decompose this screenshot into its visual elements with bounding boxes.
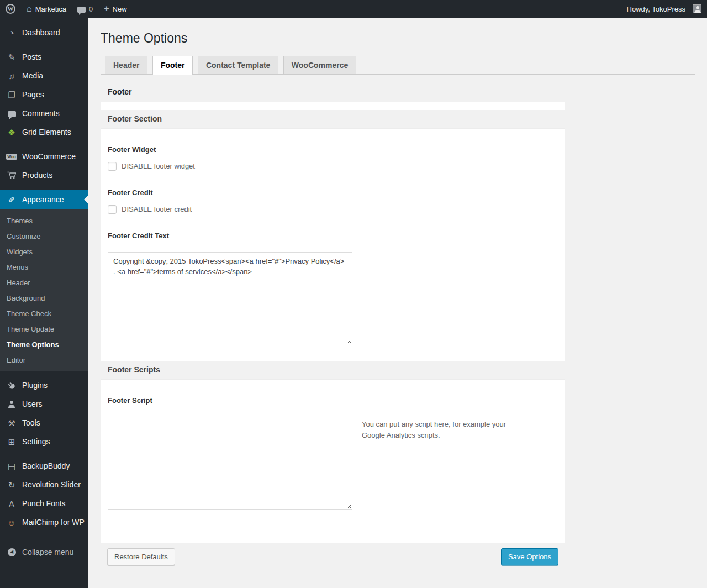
sidebar-item-label: Tools: [22, 418, 40, 427]
sidebar-item-products[interactable]: Products: [0, 166, 88, 185]
submenu-item-theme-update[interactable]: Theme Update: [0, 321, 88, 337]
sidebar-item-collapse-menu[interactable]: ◀ Collapse menu: [0, 543, 88, 561]
sidebar-item-users[interactable]: Users: [0, 395, 88, 413]
submenu-item-background[interactable]: Background: [0, 290, 88, 306]
sidebar-item-plugins[interactable]: Plugins: [0, 376, 88, 395]
section-footer-section-title: Footer Section: [101, 110, 565, 129]
plus-icon: +: [104, 4, 109, 14]
comments-menu[interactable]: 0: [72, 0, 98, 18]
sidebar-item-label: MailChimp for WP: [22, 518, 85, 527]
sidebar-item-woocommerce[interactable]: Woo WooCommerce: [0, 147, 88, 166]
page-title: Theme Options: [101, 30, 695, 47]
sidebar-item-backupbuddy[interactable]: ▤ BackupBuddy: [0, 456, 88, 475]
comments-bubble-icon: [77, 7, 86, 13]
sidebar-item-revolution-slider[interactable]: ↻ Revolution Slider: [0, 475, 88, 494]
footer-widget-checkbox-row: DISABLE footer widget: [108, 162, 558, 171]
settings-icon: ⊞: [7, 438, 17, 446]
footer-script-input[interactable]: [108, 417, 352, 510]
sidebar-item-settings[interactable]: ⊞ Settings: [0, 432, 88, 451]
sidebar-item-dashboard[interactable]: ◔ Dashboard: [0, 23, 88, 42]
sidebar-item-label: Plugins: [22, 381, 48, 390]
site-menu[interactable]: ⌂ Marketica: [21, 0, 72, 18]
submenu-item-theme-options[interactable]: Theme Options: [0, 337, 88, 352]
media-icon: ♫: [7, 72, 17, 80]
footer-credit-checkbox-row: DISABLE footer credit: [108, 205, 558, 214]
sidebar-item-label: Settings: [22, 437, 50, 446]
pages-icon: ❐: [7, 91, 17, 99]
options-panel: Footer Footer Section Footer Widget DISA…: [101, 82, 565, 571]
save-options-button[interactable]: Save Options: [501, 548, 558, 566]
tab-woocommerce[interactable]: WooCommerce: [283, 56, 356, 74]
submenu-item-editor[interactable]: Editor: [0, 352, 88, 368]
grid-elements-icon: ❖: [7, 128, 17, 136]
sidebar-item-punch-fonts[interactable]: A Punch Fonts: [0, 494, 88, 513]
submenu-item-header[interactable]: Header: [0, 275, 88, 290]
backupbuddy-icon: ▤: [7, 462, 17, 470]
footer-credit-text-label: Footer Credit Text: [108, 232, 558, 240]
collapse-icon: ◀: [7, 548, 17, 556]
panel-title: Footer: [101, 82, 565, 102]
site-name: Marketica: [35, 5, 66, 13]
disable-footer-credit-label: DISABLE footer credit: [122, 205, 192, 213]
submenu-item-themes[interactable]: Themes: [0, 213, 88, 228]
wordpress-logo-icon: W: [6, 4, 15, 14]
sidebar-item-comments[interactable]: Comments: [0, 104, 88, 123]
sidebar-item-tools[interactable]: ⚒ Tools: [0, 413, 88, 432]
main-content: Theme Options Header Footer Contact Temp…: [88, 18, 707, 588]
disable-footer-widget-checkbox[interactable]: [108, 162, 117, 171]
sidebar-item-label: Dashboard: [22, 28, 60, 37]
new-label: New: [113, 5, 127, 13]
wp-logo-menu[interactable]: W: [0, 0, 21, 18]
tab-header[interactable]: Header: [105, 56, 147, 74]
punch-fonts-icon: A: [7, 500, 17, 508]
home-icon: ⌂: [27, 4, 32, 13]
users-icon: [7, 401, 17, 408]
admin-bar: W ⌂ Marketica 0 + New Howdy, TokoPress: [0, 0, 707, 18]
footer-script-row: You can put any script here, for example…: [108, 405, 558, 510]
footer-script-label: Footer Script: [108, 396, 558, 405]
admin-sidebar: ◔ Dashboard ✎ Posts ♫ Media ❐ Pages Comm…: [0, 18, 88, 588]
sidebar-item-label: WooCommerce: [22, 152, 76, 161]
footer-script-help-text: You can put any script here, for example…: [362, 419, 530, 441]
mailchimp-icon: ☺: [7, 518, 17, 527]
my-account-menu[interactable]: Howdy, TokoPress: [621, 0, 707, 18]
sidebar-item-label: Appearance: [22, 195, 64, 204]
sidebar-item-label: Punch Fonts: [22, 499, 66, 508]
dashboard-icon: ◔: [7, 29, 17, 37]
new-menu[interactable]: + New: [98, 0, 132, 18]
sidebar-item-appearance[interactable]: ✐ Appearance: [0, 190, 88, 209]
footer-scripts-body: Footer Script You can put any script her…: [101, 380, 565, 543]
sidebar-item-posts[interactable]: ✎ Posts: [0, 48, 88, 66]
tab-bar: Header Footer Contact Template WooCommer…: [101, 56, 695, 75]
plugins-icon: [7, 381, 17, 389]
sidebar-item-label: BackupBuddy: [22, 461, 70, 470]
sidebar-item-media[interactable]: ♫ Media: [0, 66, 88, 85]
footer-credit-text-input[interactable]: Copyright &copy; 2015 TokoPress<span><a …: [108, 252, 352, 344]
sidebar-item-label: Products: [22, 171, 52, 180]
sidebar-item-label: Pages: [22, 90, 44, 99]
comments-icon: [7, 110, 17, 117]
submenu-item-theme-check[interactable]: Theme Check: [0, 306, 88, 321]
sidebar-item-mailchimp[interactable]: ☺ MailChimp for WP: [0, 513, 88, 532]
appearance-submenu: Themes Customize Widgets Menus Header Ba…: [0, 209, 88, 371]
footer-widget-label: Footer Widget: [108, 145, 558, 154]
disable-footer-widget-label: DISABLE footer widget: [122, 162, 195, 170]
submenu-item-menus[interactable]: Menus: [0, 259, 88, 275]
sidebar-item-pages[interactable]: ❐ Pages: [0, 85, 88, 104]
sidebar-item-grid-elements[interactable]: ❖ Grid Elements: [0, 123, 88, 141]
tools-icon: ⚒: [7, 419, 17, 427]
sidebar-item-label: Revolution Slider: [22, 480, 81, 489]
sidebar-item-label: Media: [22, 71, 43, 80]
footer-credit-label: Footer Credit: [108, 188, 558, 197]
disable-footer-credit-checkbox[interactable]: [108, 205, 117, 214]
tab-footer[interactable]: Footer: [152, 56, 193, 75]
submenu-item-widgets[interactable]: Widgets: [0, 244, 88, 259]
tab-contact-template[interactable]: Contact Template: [198, 56, 278, 74]
sidebar-item-label: Posts: [22, 53, 41, 61]
sidebar-item-label: Users: [22, 400, 43, 408]
submenu-item-customize[interactable]: Customize: [0, 228, 88, 244]
sidebar-item-label: Grid Elements: [22, 128, 71, 136]
woocommerce-icon: Woo: [7, 154, 17, 160]
appearance-icon: ✐: [7, 196, 17, 204]
restore-defaults-button[interactable]: Restore Defaults: [107, 548, 175, 566]
